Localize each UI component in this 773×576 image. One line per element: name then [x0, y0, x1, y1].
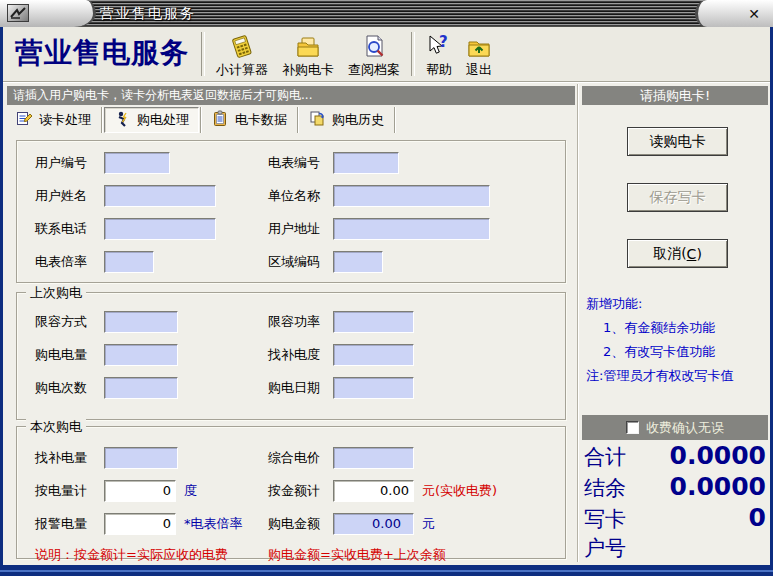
- alarm-energy-input[interactable]: 0: [104, 513, 176, 535]
- calculator-icon: [229, 34, 255, 60]
- confirm-bar: 收费确认无误: [582, 415, 768, 440]
- user-info-group: 用户编号 电表编号 用户姓名 单位名称 联系电话: [16, 140, 566, 283]
- window-title: 营业售电服务: [100, 5, 196, 23]
- total-label: 户号: [584, 534, 654, 562]
- field-label: 用户地址: [268, 220, 333, 238]
- folder-card-icon: [295, 34, 321, 60]
- purchase-icon: [114, 110, 131, 130]
- field-label: 用户姓名: [35, 187, 104, 205]
- calculator-button-label: 小计算器: [216, 61, 268, 79]
- purchase-amount-field: 0.00: [333, 513, 414, 535]
- total-row: 结余 0.0000: [584, 472, 766, 503]
- tab-card-data[interactable]: 电卡数据: [203, 107, 296, 133]
- purchase-date-field: [333, 377, 414, 399]
- save-write-button[interactable]: 保存写卡: [627, 183, 728, 212]
- tab-separator: [101, 107, 103, 133]
- limit-power-field: [333, 311, 414, 333]
- field-label: 限容功率: [268, 313, 333, 331]
- total-row: 合计 0.0000: [584, 441, 766, 472]
- help-cursor-icon: ?: [426, 34, 452, 60]
- user-number-field: [104, 152, 170, 174]
- app-logo-icon: [7, 4, 29, 22]
- buy-card-button[interactable]: 补购电卡: [275, 28, 341, 80]
- combined-price-field: [333, 447, 414, 469]
- by-amount-input[interactable]: 0.00: [333, 480, 414, 502]
- total-row: 户号: [584, 534, 766, 565]
- field-label: 按电量计: [35, 482, 104, 500]
- field-label: 购电金额: [268, 515, 333, 533]
- close-icon[interactable]: ✕: [748, 7, 760, 21]
- tab-history[interactable]: 购电历史: [300, 107, 393, 133]
- note-left: 说明：按金额计=实际应收的电费: [35, 546, 268, 564]
- tab-separator: [297, 107, 299, 133]
- exit-button[interactable]: 退出: [459, 28, 499, 80]
- tab-read-card[interactable]: 读卡处理: [7, 107, 100, 133]
- buy-card-button-label: 补购电卡: [282, 61, 334, 79]
- area-code-field: [333, 251, 383, 273]
- exit-icon: [466, 34, 492, 60]
- totals-panel: 合计 0.0000 结余 0.0000 写卡 0 户号: [584, 441, 766, 565]
- unit-label: 度: [184, 482, 197, 500]
- field-label: 单位名称: [268, 187, 333, 205]
- confirm-label: 收费确认无误: [646, 419, 724, 437]
- field-label: 购电电量: [35, 346, 104, 364]
- total-row: 写卡 0: [584, 503, 766, 534]
- cancel-button[interactable]: 取消(C): [627, 239, 728, 268]
- toolbar-separator: [411, 32, 415, 76]
- tab-read-card-label: 读卡处理: [39, 111, 91, 129]
- total-label: 写卡: [584, 505, 654, 533]
- limit-mode-field: [104, 311, 178, 333]
- confirm-checkbox[interactable]: [626, 421, 639, 434]
- search-document-icon: [361, 34, 387, 60]
- tab-separator: [200, 107, 202, 133]
- meter-number-field: [333, 152, 399, 174]
- field-label: 找补电度: [268, 346, 333, 364]
- unit-name-field: [333, 185, 490, 207]
- tab-card-data-label: 电卡数据: [235, 111, 287, 129]
- tab-separator: [394, 107, 396, 133]
- svg-text:?: ?: [439, 34, 448, 51]
- cancel-button-label: ): [696, 246, 701, 262]
- meter-ratio-field: [104, 251, 154, 273]
- unit-label: *电表倍率: [184, 515, 243, 533]
- total-value: 0.0000: [654, 441, 766, 470]
- read-card-icon: [16, 110, 33, 130]
- help-button-label: 帮助: [426, 61, 452, 79]
- tab-bar: 读卡处理 购电处理 电卡数据 购电历史: [7, 106, 397, 134]
- help-button[interactable]: ? 帮助: [419, 28, 459, 80]
- tab-purchase[interactable]: 购电处理: [104, 107, 199, 133]
- sidebar-note: 注:管理员才有权改写卡值: [586, 364, 768, 388]
- cancel-button-label: 取消(: [653, 245, 686, 263]
- field-label: 报警电量: [35, 515, 104, 533]
- status-message-bar: 请插入用户购电卡，读卡分析电表返回数据后才可购电...: [7, 86, 575, 105]
- total-label: 结余: [584, 474, 654, 502]
- panel-divider: [577, 84, 579, 562]
- adjust-degree-field: [333, 344, 414, 366]
- field-label: 购电次数: [35, 379, 104, 397]
- calculator-button[interactable]: 小计算器: [209, 28, 275, 80]
- unit-label: 元: [422, 515, 435, 533]
- field-label: 限容方式: [35, 313, 104, 331]
- field-label: 购电日期: [268, 379, 333, 397]
- history-icon: [309, 110, 326, 130]
- purchase-count-field: [104, 377, 178, 399]
- title-bar: 营业售电服务 ✕: [0, 0, 773, 27]
- current-purchase-group: 本次购电 找补电量 综合电价 按电量计 0 度 按金额计 0.00 元(实收电费…: [16, 426, 566, 559]
- adjust-amount-field: [104, 447, 178, 469]
- toolbar: 营业售电服务 小计算器 补购电卡 查阅档案 ? 帮助: [3, 27, 770, 82]
- by-energy-input[interactable]: 0: [104, 480, 176, 502]
- user-name-field: [104, 185, 216, 207]
- view-archive-button-label: 查阅档案: [348, 61, 400, 79]
- total-value: 0: [654, 503, 766, 532]
- read-card-button[interactable]: 读购电卡: [627, 127, 728, 156]
- field-label: 找补电量: [35, 449, 104, 467]
- note-right: 购电金额=实收电费+上次余额: [268, 546, 446, 564]
- address-field: [333, 218, 490, 240]
- total-value: 0.0000: [654, 472, 766, 501]
- sidebar-header: 请插购电卡!: [582, 86, 768, 105]
- view-archive-button[interactable]: 查阅档案: [341, 28, 407, 80]
- sidebar-note: 新增功能:: [586, 292, 768, 316]
- toolbar-separator: [201, 32, 205, 76]
- titlebar-cap: ✕: [695, 0, 773, 27]
- exit-button-label: 退出: [466, 61, 492, 79]
